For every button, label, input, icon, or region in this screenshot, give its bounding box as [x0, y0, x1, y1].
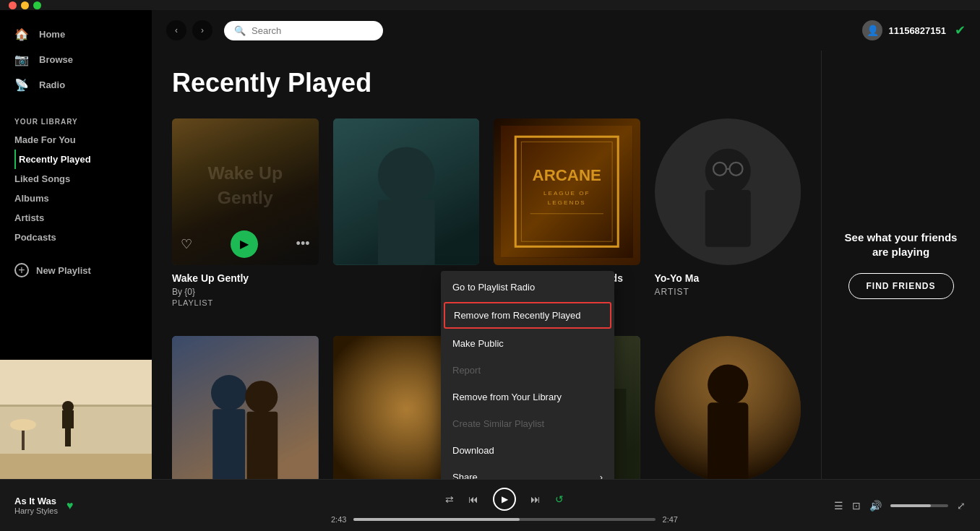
grid-item-person2[interactable]: [655, 336, 801, 480]
arcane-art: ARCANE LEAGUE OF LEGENDS: [494, 118, 640, 265]
sidebar-item-home-label: Home: [39, 29, 65, 40]
new-playlist-label: New Playlist: [36, 265, 91, 276]
svg-text:LEGENDS: LEGENDS: [548, 200, 586, 207]
dot-yellow[interactable]: [21, 1, 29, 9]
volume-fill: [890, 504, 931, 507]
sidebar-item-radio[interactable]: 📡 Radio: [12, 72, 140, 98]
heart-button[interactable]: ♡: [181, 236, 192, 252]
previous-button[interactable]: ⏮: [468, 493, 478, 505]
plus-icon: +: [14, 263, 29, 277]
sidebar-item-radio-label: Radio: [39, 79, 65, 90]
sidebar-item-podcasts[interactable]: Podcasts: [14, 228, 137, 247]
person-art-svg: [333, 118, 480, 265]
sidebar-nav: 🏠 Home 📷 Browse 📡 Radio: [0, 22, 152, 98]
svg-rect-4: [0, 454, 152, 479]
context-menu-item-create-similar: Create Similar Playlist: [441, 410, 614, 437]
svg-rect-52: [708, 402, 748, 479]
repeat-button[interactable]: ↺: [555, 493, 564, 505]
sidebar-item-recently-played[interactable]: Recently Played: [14, 150, 137, 169]
sidebar-item-albums[interactable]: Albums: [14, 189, 137, 208]
volume-icon[interactable]: 🔊: [869, 500, 882, 511]
bottom-player: As It Was Harry Styles ♥ ⇄ ⏮ ▶ ⏭ ↺ 2:43 …: [0, 479, 980, 531]
app-body: 🏠 Home 📷 Browse 📡 Radio YOUR LIBRARY Mad…: [0, 10, 980, 479]
search-bar[interactable]: 🔍: [224, 21, 383, 40]
topbar-right: 👤 11156827151 ✔: [862, 20, 966, 40]
play-pause-button[interactable]: ▶: [493, 488, 516, 511]
grid-item-yoyoma[interactable]: Yo-Yo Ma ARTIST: [655, 118, 801, 319]
next-button[interactable]: ⏭: [530, 493, 541, 505]
yoyoma-subtitle: ARTIST: [655, 287, 801, 297]
svg-text:LEAGUE OF: LEAGUE OF: [543, 190, 590, 197]
forward-button[interactable]: ›: [192, 20, 212, 40]
grid-item-wake-up-gently[interactable]: Wake Up Gently ♡ ▶ ••• Wake Up: [172, 118, 319, 319]
svg-point-51: [708, 364, 748, 405]
svg-point-16: [377, 147, 434, 204]
svg-rect-35: [212, 409, 245, 479]
play-button[interactable]: ▶: [231, 230, 258, 258]
chevron-right-icon: ›: [600, 472, 603, 479]
progress-bar[interactable]: [353, 518, 655, 521]
dot-red[interactable]: [9, 1, 17, 9]
player-center: ⇄ ⏮ ▶ ⏭ ↺ 2:43 2:47: [202, 488, 807, 524]
svg-point-34: [211, 375, 247, 411]
shuffle-button[interactable]: ⇄: [445, 493, 454, 505]
user-name: 11156827151: [888, 25, 946, 36]
player-heart-button[interactable]: ♥: [66, 499, 74, 512]
now-playing-artist: Harry Styles: [14, 506, 58, 515]
context-menu: Go to Playlist Radio Remove from Recentl…: [441, 271, 614, 479]
svg-rect-37: [247, 411, 278, 479]
svg-point-7: [62, 401, 74, 413]
search-input[interactable]: [252, 25, 373, 36]
svg-text:Wake Up: Wake Up: [207, 163, 283, 183]
context-menu-item-download[interactable]: Download: [441, 437, 614, 464]
now-playing-title: As It Was: [14, 496, 58, 506]
now-playing-info: As It Was Harry Styles: [14, 496, 58, 515]
svg-text:ARCANE: ARCANE: [533, 166, 601, 184]
browse-icon: 📷: [14, 53, 29, 66]
volume-bar[interactable]: [890, 504, 948, 507]
context-menu-item-go-to-playlist-radio[interactable]: Go to Playlist Radio: [441, 274, 614, 301]
dot-green[interactable]: [33, 1, 41, 9]
sidebar-item-artists[interactable]: Artists: [14, 208, 137, 228]
devices-icon[interactable]: ⊡: [852, 500, 861, 511]
sidebar-album-art-image: [0, 360, 152, 479]
topbar: ‹ › 🔍 👤 11156827151 ✔: [152, 10, 980, 51]
sidebar-item-made-for-you[interactable]: Made For You: [14, 130, 137, 150]
progress-bar-container: 2:43 2:47: [331, 515, 678, 524]
context-menu-item-share[interactable]: Share ›: [441, 464, 614, 479]
svg-point-9: [10, 419, 36, 431]
arcane-art-svg: ARCANE LEAGUE OF LEGENDS: [501, 126, 633, 258]
wake-up-gently-subtitle: By {0}: [172, 287, 319, 297]
svg-rect-6: [62, 410, 74, 428]
sidebar-album-art: [0, 360, 152, 479]
grid-item-couple[interactable]: [172, 336, 319, 480]
user-account[interactable]: 👤 11156827151: [862, 20, 946, 40]
fullscreen-icon[interactable]: ⤢: [957, 500, 966, 511]
queue-icon[interactable]: ☰: [834, 500, 843, 511]
radio-icon: 📡: [14, 78, 29, 92]
svg-point-36: [245, 380, 278, 413]
sidebar-item-browse[interactable]: 📷 Browse: [12, 47, 140, 72]
back-button[interactable]: ‹: [166, 20, 186, 40]
wake-up-gently-art: Wake Up Gently ♡ ▶ •••: [172, 118, 319, 265]
new-playlist-button[interactable]: + New Playlist: [0, 254, 152, 286]
svg-rect-17: [377, 200, 434, 265]
library-items: Made For You Recently Played Liked Songs…: [0, 130, 152, 247]
svg-text:Gently: Gently: [218, 188, 273, 207]
right-panel: See what your friends are playing FIND F…: [821, 51, 980, 479]
context-menu-item-make-public[interactable]: Make Public: [441, 330, 614, 357]
couple-art: [172, 336, 319, 480]
room-art-svg: [0, 360, 152, 479]
context-menu-item-remove-from-library[interactable]: Remove from Your Library: [441, 384, 614, 410]
nav-arrows: ‹ ›: [166, 20, 212, 40]
time-total: 2:47: [663, 515, 678, 524]
sidebar-item-browse-label: Browse: [39, 54, 73, 65]
search-icon: 🔍: [234, 25, 246, 36]
find-friends-button[interactable]: FIND FRIENDS: [848, 273, 954, 299]
sidebar-item-liked-songs[interactable]: Liked Songs: [14, 169, 137, 189]
yoyoma-art-svg: [655, 118, 801, 265]
context-menu-item-remove-recently-played[interactable]: Remove from Recently Played: [444, 302, 611, 329]
more-button[interactable]: •••: [296, 236, 310, 251]
avatar: 👤: [862, 20, 882, 40]
sidebar-item-home[interactable]: 🏠 Home: [12, 22, 140, 47]
